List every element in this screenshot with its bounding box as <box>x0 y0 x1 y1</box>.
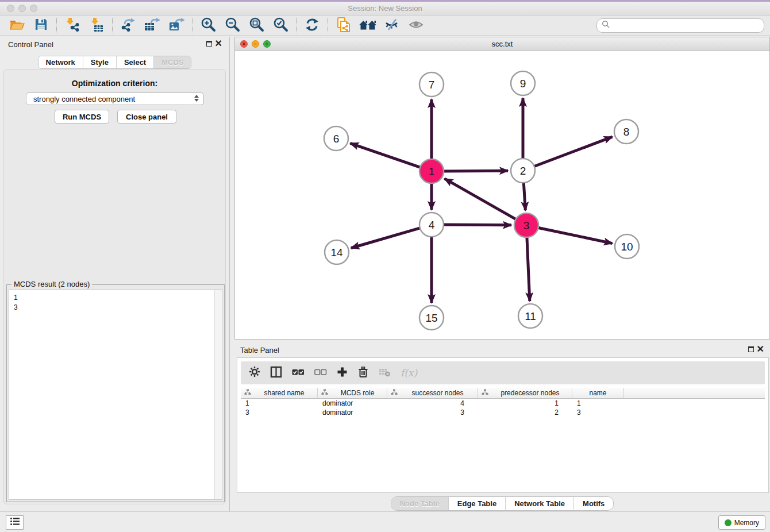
control-panel-title: Control Panel <box>8 40 53 49</box>
network-graph[interactable]: 1234678910111415 <box>235 51 769 339</box>
add-column-button[interactable] <box>337 367 348 380</box>
zoom-out-button[interactable] <box>220 17 244 35</box>
search-icon <box>602 20 610 31</box>
zoom-in-button[interactable] <box>196 17 220 35</box>
graph-edge-1-2[interactable] <box>442 171 508 171</box>
apply-function-button[interactable]: f(x) <box>401 367 417 379</box>
table-row[interactable]: 1dominator411 <box>241 399 765 408</box>
gear-icon <box>249 366 260 380</box>
table-tab-motifs[interactable]: Motifs <box>573 497 613 510</box>
control-tab-select[interactable]: Select <box>116 56 153 68</box>
task-history-button[interactable] <box>6 515 24 530</box>
close-panel-button[interactable]: Close panel <box>117 110 176 124</box>
show-graphics-details-button[interactable] <box>404 17 428 35</box>
control-tab-style[interactable]: Style <box>83 56 116 68</box>
table-tab-network-table[interactable]: Network Table <box>505 497 573 510</box>
export-table-button[interactable] <box>140 17 164 35</box>
table-toolbar: f(x) <box>241 361 765 384</box>
column-tree-icon <box>391 389 398 397</box>
column-header-name[interactable]: name <box>572 388 624 398</box>
export-table-icon <box>144 17 160 34</box>
table-panel-title: Table Panel <box>240 346 279 354</box>
column-header-predecessor-nodes[interactable]: predecessor nodes <box>478 388 572 398</box>
refresh-icon <box>305 17 319 34</box>
graph-edge-3-1[interactable] <box>445 179 517 220</box>
memory-button[interactable]: Memory <box>718 515 765 530</box>
search-field[interactable] <box>596 18 764 33</box>
zoom-selected-icon <box>272 17 288 35</box>
column-tree-icon <box>244 389 251 397</box>
delete-table-button[interactable] <box>379 367 391 379</box>
network-canvas[interactable]: 1234678910111415 <box>235 51 769 339</box>
close-table-panel-icon[interactable]: ✕ <box>757 344 764 355</box>
run-mcds-button[interactable]: Run MCDS <box>55 110 109 124</box>
column-header-successor-nodes[interactable]: successor nodes <box>387 388 478 398</box>
save-session-button[interactable] <box>29 17 53 35</box>
table-tab-node-table[interactable]: Node Table <box>391 497 448 510</box>
column-header-MCDS-role[interactable]: MCDS role <box>318 388 387 398</box>
table-row[interactable]: 3dominator323 <box>241 408 765 417</box>
graph-node-4[interactable]: 4 <box>419 213 444 237</box>
column-header-label: successor nodes <box>398 389 478 397</box>
table-tabs: Node TableEdge TableNetwork TableMotifs <box>234 496 770 511</box>
float-table-panel-icon[interactable] <box>748 346 754 352</box>
refresh-button[interactable] <box>300 17 324 35</box>
dropdown-chevrons-icon <box>194 95 199 102</box>
graph-node-3[interactable]: 3 <box>514 213 538 237</box>
graph-edge-3-11[interactable] <box>527 236 530 301</box>
toolbar-separator <box>192 18 192 33</box>
svg-text:14: 14 <box>330 246 343 259</box>
graph-node-7[interactable]: 7 <box>419 72 444 97</box>
houses-icon <box>359 18 377 33</box>
graph-node-1[interactable]: 1 <box>419 159 444 183</box>
graph-node-9[interactable]: 9 <box>511 71 535 95</box>
eye-slash-icon <box>384 18 400 34</box>
graph-node-15[interactable]: 15 <box>419 306 444 330</box>
criterion-dropdown[interactable]: strongly connected component <box>26 92 204 105</box>
control-tab-mcds[interactable]: MCDS <box>153 56 191 68</box>
zoom-selected-button[interactable] <box>268 17 292 35</box>
graph-node-2[interactable]: 2 <box>511 159 535 183</box>
zoom-fit-button[interactable] <box>244 17 268 35</box>
show-columns-button[interactable] <box>270 366 282 380</box>
toolbar-separator <box>56 18 57 33</box>
graph-edge-2-8[interactable] <box>533 137 613 167</box>
graph-edge-4-3[interactable] <box>442 225 511 225</box>
status-bar: Memory <box>0 511 770 532</box>
table-settings-button[interactable] <box>249 366 260 380</box>
open-session-button[interactable] <box>5 17 29 35</box>
import-network-button[interactable] <box>60 17 84 35</box>
control-tab-network[interactable]: Network <box>38 56 83 68</box>
result-scrollbar[interactable] <box>214 290 222 499</box>
graph-node-11[interactable]: 11 <box>518 304 542 328</box>
close-panel-icon[interactable]: ✕ <box>215 38 222 49</box>
node-table: shared nameMCDS rolesuccessor nodesprede… <box>241 388 765 417</box>
mcds-result-box: MCDS result (2 nodes) 13 <box>6 284 225 502</box>
table-tab-edge-table[interactable]: Edge Table <box>448 497 505 510</box>
graph-node-10[interactable]: 10 <box>615 234 639 259</box>
hide-graphics-details-button[interactable] <box>380 17 404 35</box>
float-panel-icon[interactable] <box>206 41 212 47</box>
export-network-button[interactable] <box>116 17 140 35</box>
graph-edge-3-10[interactable] <box>537 228 613 244</box>
deselect-all-button[interactable] <box>314 368 327 379</box>
import-table-button[interactable] <box>84 17 109 35</box>
graph-edge-2-3[interactable] <box>523 182 525 210</box>
graph-node-6[interactable]: 6 <box>324 126 348 151</box>
home-button[interactable] <box>356 17 380 35</box>
table-cell: 3 <box>241 408 318 417</box>
mcds-result-list[interactable]: 13 <box>9 290 222 500</box>
column-header-shared-name[interactable]: shared name <box>241 388 318 398</box>
graph-node-8[interactable]: 8 <box>614 119 638 144</box>
graph-edge-4-14[interactable] <box>351 228 421 248</box>
select-all-button[interactable] <box>292 368 305 379</box>
export-image-button[interactable] <box>164 17 188 35</box>
copy-view-button[interactable] <box>332 17 356 35</box>
delete-column-button[interactable] <box>357 366 369 380</box>
graph-edge-1-6[interactable] <box>351 143 421 167</box>
graph-node-14[interactable]: 14 <box>325 240 349 264</box>
network-window-titlebar: × − + scc.txt <box>235 37 769 51</box>
columns-icon <box>270 366 282 380</box>
mcds-result-item: 3 <box>14 303 217 313</box>
svg-text:2: 2 <box>520 165 526 177</box>
